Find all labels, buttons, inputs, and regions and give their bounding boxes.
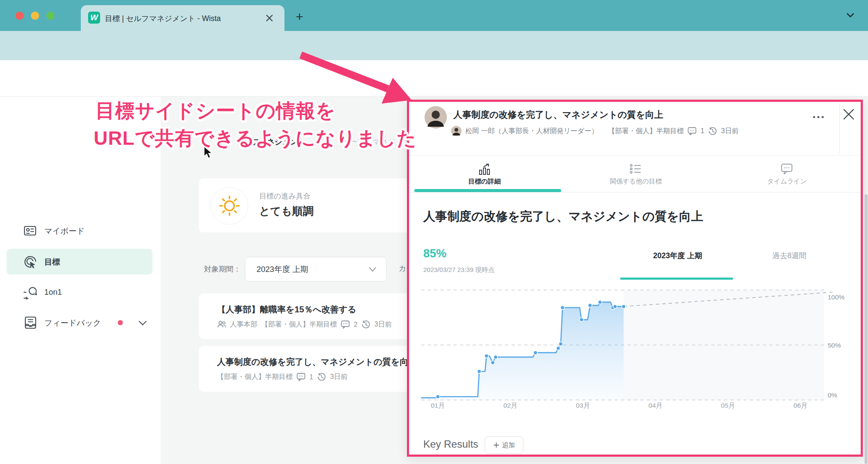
side-sheet-meta: 松岡 一郎（人事部長・人材開発リーダー） 【部署・個人】半期目標 1 3日前 xyxy=(451,126,739,136)
divider xyxy=(409,192,861,192)
goal-card-team: 人事本部 xyxy=(230,320,257,329)
weather-card-label: 目標の進み具合 xyxy=(259,191,311,201)
goal-detail-title: 人事制度の改修を完了し、マネジメントの質を向上 xyxy=(423,208,703,225)
owner-avatar xyxy=(425,106,447,128)
chart-period-tab-active[interactable]: 2023年度 上期 xyxy=(653,250,702,261)
tab-label: 目標の詳細 xyxy=(468,177,501,186)
chart-data-point xyxy=(560,305,564,309)
annotation-line-1: 目標サイドシートの情報を xyxy=(95,98,336,124)
add-key-result-label: 追加 xyxy=(502,441,515,449)
browser-tab[interactable]: W 目標 | セルフマネジメント - Wista xyxy=(81,5,284,31)
team-people-icon xyxy=(217,320,226,329)
feedback-notification-dot xyxy=(118,320,123,325)
chart-data-point xyxy=(477,369,481,373)
chart-month-label: 01月 xyxy=(431,402,445,409)
chart-data-point xyxy=(613,305,617,308)
period-tab-underline xyxy=(620,278,733,280)
more-options-icon[interactable] xyxy=(809,110,828,124)
one-on-one-icon xyxy=(24,286,37,299)
goal-card-title[interactable]: 【人事部】離職率を15％へ改善する xyxy=(217,304,356,315)
side-sheet-goal-title: 人事制度の改修を完了し、マネジメントの質を向上 xyxy=(453,109,663,121)
tab-goal-detail[interactable]: 目標の詳細 xyxy=(409,159,560,190)
timeline-bubble-icon xyxy=(781,163,794,174)
sidebar-item-myboard[interactable]: マイボード xyxy=(44,226,85,236)
chart-data-point xyxy=(598,300,602,304)
progress-chart: 100%50%0%01月02月03月04月05月06月 xyxy=(421,284,853,412)
divider xyxy=(409,155,861,156)
annotation-line-2: URLで共有できるようになりました xyxy=(94,125,417,151)
sidebar-item-1on1[interactable]: 1on1 xyxy=(44,287,62,297)
feedback-icon xyxy=(24,316,37,329)
key-results-heading: Key Results xyxy=(423,438,478,450)
history-icon xyxy=(317,372,326,382)
tab-timeline[interactable]: タイムライン xyxy=(712,159,862,190)
related-list-icon xyxy=(630,163,642,174)
wistant-favicon: W xyxy=(88,12,100,24)
owner-name-role: 松岡 一郎（人事部長・人材開発リーダー） xyxy=(465,127,598,136)
browser-toolbar: .wistant.com/self-management/objectives?… xyxy=(0,31,868,60)
goal-card-title[interactable]: 人事制度の改修を完了し、マネジメントの質を向 xyxy=(217,356,408,368)
goal-target-icon xyxy=(24,255,37,268)
mac-close-button[interactable] xyxy=(15,12,24,20)
history-icon xyxy=(708,127,717,136)
weather-sun-icon xyxy=(211,187,248,225)
goal-side-sheet: 人事制度の改修を完了し、マネジメントの質を向上 松岡 一郎（人事部長・人材開発リ… xyxy=(407,100,863,457)
chart-y-tick-label: 50% xyxy=(828,342,841,349)
history-icon xyxy=(361,320,370,329)
goal-progress-weather-card: 目標の進み具合 とても順調 xyxy=(199,178,410,232)
sidebar-item-goals[interactable]: 目標 xyxy=(44,256,60,267)
mac-zoom-button[interactable] xyxy=(46,12,55,20)
chart-y-tick-label: 100% xyxy=(828,293,845,301)
goal-card-updated: 3日前 xyxy=(330,372,348,382)
chart-data-point xyxy=(491,360,495,364)
weather-card-value: とても順調 xyxy=(259,204,314,218)
chart-data-point xyxy=(588,303,592,307)
goal-card-badge: 【部署・個人】半期目標 xyxy=(261,320,337,329)
mouse-cursor-icon xyxy=(203,146,214,159)
tab-related-goals[interactable]: 関係する他の目標 xyxy=(560,159,711,190)
page-scrollbar-thumb[interactable] xyxy=(865,194,868,464)
period-filter-select[interactable]: 2023年度 上期 xyxy=(245,257,387,281)
goal-card-meta: 【部署・個人】半期目標 1 3日前 xyxy=(217,372,348,382)
tab-close-icon[interactable] xyxy=(263,12,276,24)
chart-data-point xyxy=(436,395,440,399)
new-tab-button[interactable]: + xyxy=(292,9,307,24)
comment-icon xyxy=(296,372,306,382)
tab-label: 関係する他の目標 xyxy=(610,177,662,186)
goal-card-updated: 3日前 xyxy=(374,320,392,329)
add-key-result-button[interactable]: 追加 xyxy=(485,437,523,454)
sheet-updated: 3日前 xyxy=(721,127,739,136)
close-icon[interactable] xyxy=(841,107,859,125)
myboard-icon xyxy=(24,224,37,237)
chart-period-tab-8weeks[interactable]: 過去8週間 xyxy=(772,250,807,261)
tab-overview-chevron-icon[interactable] xyxy=(845,10,858,21)
goal-card-1[interactable]: 【人事部】離職率を15％へ改善する 人事本部 【部署・個人】半期目標 2 3日前 xyxy=(199,293,410,339)
active-tab-underline xyxy=(414,189,561,192)
browser-tab-bar: W 目標 | セルフマネジメント - Wista + xyxy=(0,0,868,31)
plus-icon xyxy=(493,442,499,448)
chart-month-label: 04月 xyxy=(648,402,663,409)
sheet-badge: 【部署・個人】半期目標 xyxy=(608,127,684,136)
chart-area-fill xyxy=(421,302,623,400)
progress-chart-svg: 100%50%0%01月02月03月04月05月06月 xyxy=(421,284,853,412)
tab-label: タイムライン xyxy=(767,177,807,186)
feedback-expand-chevron-icon[interactable] xyxy=(138,319,148,327)
chart-data-point xyxy=(485,354,489,358)
sidebar-item-feedback[interactable]: フィードバック xyxy=(44,317,101,328)
chart-month-label: 06月 xyxy=(794,402,808,409)
goal-card-comment-count: 2 xyxy=(354,321,358,329)
chart-data-point xyxy=(534,351,538,354)
mac-minimize-button[interactable] xyxy=(31,12,39,20)
chart-data-point xyxy=(556,346,560,350)
chart-data-point xyxy=(622,305,626,308)
header-divider xyxy=(839,104,840,153)
app-header: W WiSTANT セルフマネジメント ピープルマネジメント 会社・チーム HR… xyxy=(0,60,868,97)
chart-y-tick-label: 0% xyxy=(828,391,837,399)
goal-card-2[interactable]: 人事制度の改修を完了し、マネジメントの質を向 【部署・個人】半期目標 1 3日前 xyxy=(199,346,410,392)
sheet-comment-count: 1 xyxy=(700,127,704,135)
period-filter-label: 対象期間： xyxy=(204,264,241,274)
category-filter-label-partial: カ xyxy=(399,263,406,273)
tab-title: 目標 | セルフマネジメント - Wista xyxy=(105,13,260,24)
sidebar: マイボード 目標 1on1 フィードバック xyxy=(0,97,161,464)
period-filter-value: 2023年度 上期 xyxy=(257,264,308,275)
